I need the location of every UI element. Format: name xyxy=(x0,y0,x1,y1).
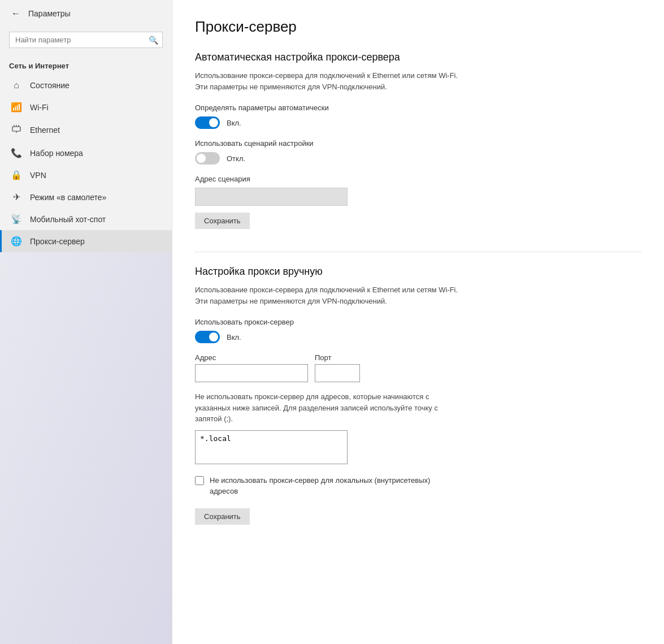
address-input[interactable] xyxy=(195,364,308,382)
auto-detect-slider xyxy=(195,116,220,129)
search-input[interactable] xyxy=(9,32,163,48)
sidebar-item-proxy[interactable]: 🌐 Прокси-сервер xyxy=(0,230,172,252)
section-divider xyxy=(195,252,641,252)
home-icon: ⌂ xyxy=(11,80,22,90)
back-button[interactable]: ← xyxy=(9,6,23,21)
sidebar-item-ethernet[interactable]: Ethernet xyxy=(0,118,172,142)
use-proxy-toggle-row: Вкл. xyxy=(195,331,641,343)
ethernet-icon xyxy=(11,124,22,136)
manual-section-description: Использование прокси-сервера для подключ… xyxy=(195,284,466,306)
port-input[interactable] xyxy=(315,364,360,382)
manual-section-heading: Настройка прокси вручную xyxy=(195,266,641,278)
search-icon: 🔍 xyxy=(149,36,158,45)
use-proxy-slider xyxy=(195,331,220,343)
sidebar-item-label: Состояние xyxy=(30,81,70,90)
script-toggle-row: Откл. xyxy=(195,152,641,165)
sidebar-section-label: Сеть и Интернет xyxy=(0,53,172,75)
script-label: Использовать сценарий настройки xyxy=(195,139,641,148)
manual-save-button[interactable]: Сохранить xyxy=(195,508,250,525)
sidebar-item-label: Режим «в самолете» xyxy=(30,193,106,202)
sidebar-decoration xyxy=(0,252,172,644)
sidebar-item-label: Мобильный хот-спот xyxy=(30,215,106,224)
sidebar-item-state[interactable]: ⌂ Состояние xyxy=(0,75,172,96)
sidebar-nav: ⌂ Состояние 📶 Wi-Fi Ethernet 📞 Набор ном… xyxy=(0,75,172,252)
no-local-label: Не использовать прокси-сервер для локаль… xyxy=(210,475,455,497)
address-label: Адрес xyxy=(195,353,308,362)
hotspot-icon: 📡 xyxy=(11,214,22,224)
script-address-input[interactable] xyxy=(195,188,348,206)
sidebar-item-vpn[interactable]: 🔒 VPN xyxy=(0,164,172,186)
script-value: Откл. xyxy=(227,154,245,163)
address-group: Адрес xyxy=(195,353,308,382)
search-box: 🔍 xyxy=(9,32,163,48)
sidebar-item-airplane[interactable]: ✈ Режим «в самолете» xyxy=(0,186,172,208)
script-toggle[interactable] xyxy=(195,152,220,165)
proxy-icon: 🌐 xyxy=(11,236,22,247)
sidebar-item-label: VPN xyxy=(30,171,46,180)
port-label: Порт xyxy=(315,353,360,362)
sidebar: ← Параметры 🔍 Сеть и Интернет ⌂ Состояни… xyxy=(0,0,172,644)
vpn-icon: 🔒 xyxy=(11,170,22,180)
wifi-icon: 📶 xyxy=(11,102,22,113)
no-local-row: Не использовать прокси-сервер для локаль… xyxy=(195,475,455,497)
svg-rect-0 xyxy=(12,127,20,131)
airplane-icon: ✈ xyxy=(11,192,22,202)
auto-detect-toggle[interactable] xyxy=(195,116,220,129)
port-group: Порт xyxy=(315,353,360,382)
auto-detect-toggle-row: Вкл. xyxy=(195,116,641,129)
use-proxy-toggle[interactable] xyxy=(195,331,220,343)
sidebar-item-wifi[interactable]: 📶 Wi-Fi xyxy=(0,96,172,118)
sidebar-item-dialup[interactable]: 📞 Набор номера xyxy=(0,142,172,164)
sidebar-item-label: Набор номера xyxy=(30,149,83,158)
auto-detect-value: Вкл. xyxy=(227,119,241,127)
page-title: Прокси-сервер xyxy=(195,18,641,36)
main-content: Прокси-сервер Автоматическая настройка п… xyxy=(172,0,664,644)
use-proxy-label: Использовать прокси-сервер xyxy=(195,318,641,326)
sidebar-title: Параметры xyxy=(28,9,71,18)
use-proxy-value: Вкл. xyxy=(227,333,241,342)
script-slider xyxy=(195,152,220,165)
dialup-icon: 📞 xyxy=(11,148,22,158)
address-port-row: Адрес Порт xyxy=(195,353,641,382)
no-local-checkbox[interactable] xyxy=(195,476,204,485)
exclusions-textarea[interactable]: *.local xyxy=(195,430,348,464)
auto-section-description: Использование прокси-сервера для подключ… xyxy=(195,70,466,92)
sidebar-item-label: Wi-Fi xyxy=(30,103,49,112)
back-icon: ← xyxy=(11,8,20,19)
exclusions-description: Не использовать прокси-сервер для адресо… xyxy=(195,391,455,425)
auto-detect-label: Определять параметры автоматически xyxy=(195,103,641,112)
script-address-label: Адрес сценария xyxy=(195,175,641,183)
sidebar-item-hotspot[interactable]: 📡 Мобильный хот-спот xyxy=(0,208,172,230)
sidebar-item-label: Ethernet xyxy=(30,126,60,135)
sidebar-header: ← Параметры xyxy=(0,0,172,27)
auto-section-heading: Автоматическая настройка прокси-сервера xyxy=(195,51,641,63)
sidebar-item-label: Прокси-сервер xyxy=(30,237,85,246)
auto-save-button[interactable]: Сохранить xyxy=(195,213,250,229)
